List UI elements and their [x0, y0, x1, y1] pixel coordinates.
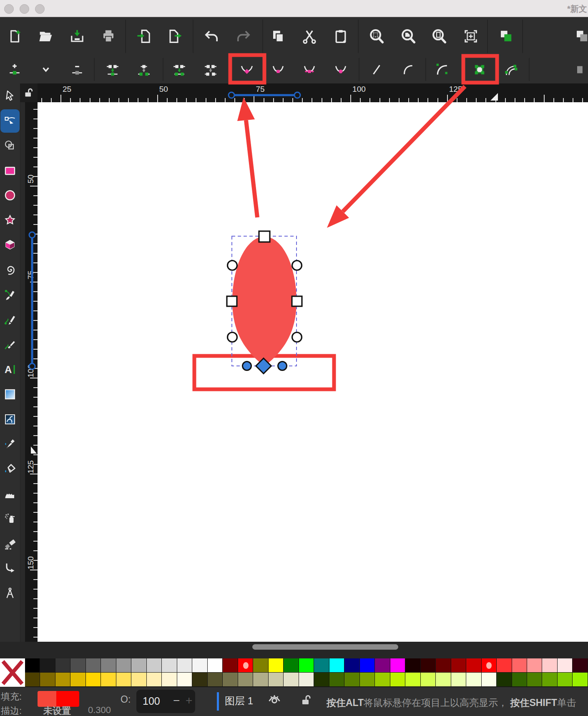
connector-tool-button[interactable] [0, 557, 20, 580]
pen-tool-button[interactable] [0, 283, 20, 307]
palette-swatch[interactable] [253, 673, 268, 687]
corner-lpe-button[interactable] [430, 57, 454, 82]
join-nodes-button[interactable] [101, 57, 124, 82]
vertical-ruler[interactable]: 5075100125150 [25, 102, 38, 642]
minimize-button[interactable] [20, 4, 29, 14]
palette-swatch[interactable] [299, 673, 314, 687]
duplicate-button[interactable] [494, 24, 518, 49]
export-document-button[interactable] [163, 24, 187, 49]
palette-swatch[interactable] [421, 673, 436, 687]
palette-swatch[interactable] [284, 673, 299, 687]
open-document-button[interactable] [34, 24, 58, 49]
palette-swatch[interactable] [101, 673, 116, 687]
insert-node-menu-button[interactable] [34, 57, 58, 82]
opacity-increase-button[interactable]: + [186, 694, 192, 707]
canvas[interactable] [38, 102, 588, 642]
smooth-node-button[interactable] [266, 57, 290, 82]
palette-swatch[interactable] [223, 673, 238, 687]
palette-swatch[interactable] [192, 658, 207, 673]
zoom-page-width-button[interactable] [459, 24, 482, 49]
symmetric-node-button[interactable] [298, 57, 321, 82]
palette-swatch[interactable] [131, 658, 146, 673]
palette-swatch[interactable] [116, 673, 131, 687]
ellipse-tool-button[interactable] [0, 184, 20, 207]
palette-swatch[interactable] [558, 673, 573, 687]
tweak-tool-button[interactable] [0, 482, 20, 506]
palette-swatch[interactable] [131, 673, 146, 687]
palette-swatch[interactable] [40, 673, 55, 687]
palette-swatch[interactable] [390, 673, 405, 687]
print-document-button[interactable] [97, 24, 120, 49]
palette-swatch[interactable] [116, 658, 131, 673]
layer-lock-icon[interactable] [300, 693, 313, 707]
palette-swatch[interactable] [223, 658, 238, 673]
palette-swatch[interactable] [436, 658, 451, 673]
dropper-tool-button[interactable] [0, 432, 20, 456]
shape-builder-tool-button[interactable] [0, 134, 20, 157]
opacity-spinner[interactable]: 100 − + [136, 690, 195, 713]
palette-swatch[interactable] [436, 673, 451, 687]
palette-swatch[interactable] [25, 673, 40, 687]
palette-swatch[interactable] [269, 658, 284, 673]
segment-line-button[interactable] [365, 57, 388, 82]
palette-swatch[interactable] [512, 658, 527, 673]
new-document-button[interactable] [3, 24, 26, 49]
palette-swatch[interactable] [482, 658, 497, 673]
delete-segment-button[interactable] [199, 57, 222, 82]
calligraphy-tool-button[interactable] [0, 333, 20, 356]
palette-swatch[interactable] [40, 658, 55, 673]
palette-swatch[interactable] [208, 673, 223, 687]
maximize-button[interactable] [35, 4, 45, 14]
horizontal-ruler[interactable]: 255075100125 [38, 83, 588, 102]
close-button[interactable] [4, 4, 14, 14]
palette-swatch[interactable] [527, 673, 542, 687]
layer-name[interactable]: 图层 1 [225, 694, 253, 708]
palette-swatch[interactable] [344, 658, 359, 673]
palette-swatch[interactable] [527, 658, 542, 673]
text-tool-button[interactable]: A [0, 358, 20, 381]
palette-swatch[interactable] [451, 673, 466, 687]
palette-swatch[interactable] [360, 673, 375, 687]
measure-tool-button[interactable] [0, 582, 20, 605]
palette-swatch[interactable] [344, 673, 359, 687]
palette-swatch[interactable] [253, 658, 268, 673]
palette-swatch[interactable] [208, 658, 223, 673]
object-to-path-button[interactable] [468, 57, 491, 82]
palette-swatch[interactable] [269, 673, 284, 687]
palette-swatch[interactable] [329, 658, 344, 673]
palette-swatch[interactable] [177, 658, 192, 673]
palette-swatch[interactable] [177, 673, 192, 687]
palette-swatch[interactable] [542, 658, 557, 673]
join-with-segment-button[interactable] [168, 57, 191, 82]
palette-swatch[interactable] [558, 658, 573, 673]
clone-button[interactable] [570, 24, 588, 49]
palette-swatch[interactable] [329, 673, 344, 687]
break-nodes-button[interactable] [132, 57, 156, 82]
undo-button[interactable] [200, 24, 223, 49]
zoom-page-button[interactable] [427, 24, 451, 49]
node-tool-button[interactable] [0, 109, 20, 133]
palette-swatch[interactable] [238, 673, 253, 687]
opacity-value[interactable]: 100 [143, 695, 160, 707]
palette-swatch[interactable] [360, 658, 375, 673]
selector-tool-button[interactable] [0, 84, 20, 108]
palette-swatch[interactable] [86, 673, 101, 687]
pencil-tool-button[interactable] [0, 308, 20, 331]
palette-swatch[interactable] [238, 658, 253, 673]
palette-swatch[interactable] [147, 673, 162, 687]
palette-swatch[interactable] [70, 673, 85, 687]
spiral-tool-button[interactable] [0, 258, 20, 282]
horizontal-scrollbar-thumb[interactable] [252, 644, 398, 650]
palette-swatch[interactable] [497, 673, 512, 687]
opacity-decrease-button[interactable]: − [173, 694, 180, 707]
palette-swatch[interactable] [55, 673, 70, 687]
palette-swatch[interactable] [542, 673, 557, 687]
palette-swatch[interactable] [162, 673, 177, 687]
palette-swatch[interactable] [405, 658, 420, 673]
copy-button[interactable] [266, 24, 290, 49]
palette-swatch[interactable] [101, 658, 116, 673]
stroke-to-path-button[interactable] [499, 57, 523, 82]
palette-swatch[interactable] [466, 673, 481, 687]
palette-swatch[interactable] [55, 658, 70, 673]
ruler-corner[interactable] [20, 83, 38, 102]
